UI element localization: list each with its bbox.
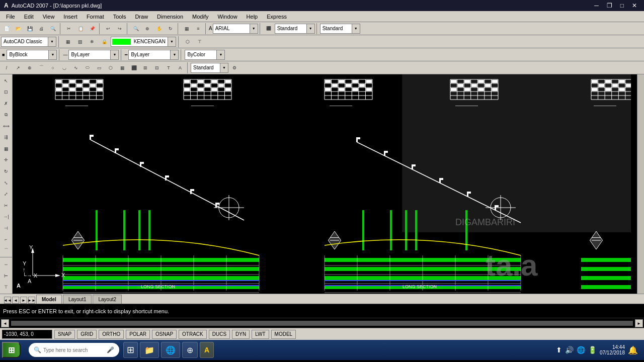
notification-button[interactable]: 🔔 <box>628 345 638 355</box>
linetype1-dropdown[interactable]: ByLayer ▼ <box>68 50 119 60</box>
chrome-button[interactable]: ⊕ <box>182 342 198 358</box>
dyn-button[interactable]: DYN <box>232 330 250 339</box>
ellipse-button[interactable]: ⬭ <box>82 62 93 73</box>
insert-block-button[interactable]: ⊞ <box>140 62 151 73</box>
polar-button[interactable]: POLAR <box>126 330 150 339</box>
zoom-button[interactable]: ⊕ <box>142 23 153 34</box>
ducs-button[interactable]: DUCS <box>209 330 230 339</box>
offset-button[interactable]: ⇶ <box>1 132 12 143</box>
layer-lock-button[interactable]: 🔒 <box>99 36 110 47</box>
block-button[interactable]: ⬛ <box>128 62 139 73</box>
hatch-button[interactable]: ▦ <box>117 62 128 73</box>
otrack-button[interactable]: OTRACK <box>179 330 207 339</box>
linetype2-dropdown[interactable]: ByLayer ▼ <box>128 50 179 60</box>
font-dropdown[interactable]: ARIAL ▼ <box>213 24 258 34</box>
file-explorer-button[interactable]: 📁 <box>140 342 159 358</box>
copy-button[interactable]: 📋 <box>75 23 86 34</box>
open-button[interactable]: 📂 <box>13 23 24 34</box>
menu-draw[interactable]: Draw <box>131 13 152 21</box>
tab-nav-first[interactable]: ◄◄ <box>4 297 11 304</box>
new-button[interactable]: 📄 <box>1 23 12 34</box>
mirror-button[interactable]: ⟺ <box>1 121 12 132</box>
menu-view[interactable]: View <box>39 13 59 21</box>
layer-freeze-button[interactable]: ❄ <box>87 36 98 47</box>
clock[interactable]: 14:44 07/12/2018 <box>600 344 625 355</box>
tab-layout2[interactable]: Layout2 <box>93 295 122 304</box>
break-button[interactable]: ⊣ <box>1 223 12 234</box>
lwt-button[interactable]: LWT <box>252 330 269 339</box>
menu-format[interactable]: Format <box>83 13 108 21</box>
zoom-realtime-button[interactable]: 🔍 <box>130 23 141 34</box>
scroll-left-btn[interactable]: ◄ <box>1 319 9 327</box>
paste-button[interactable]: 📌 <box>87 23 98 34</box>
edge-button[interactable]: 🌐 <box>161 342 180 358</box>
color-dropdown[interactable]: ByBlock ▼ <box>7 50 57 60</box>
tab-nav-next[interactable]: ► <box>20 297 27 304</box>
view-top-button[interactable]: ⊤ <box>194 36 205 47</box>
properties-button[interactable]: ≡ <box>193 23 204 34</box>
dim-button[interactable]: ⊢ <box>1 270 12 282</box>
snap-button[interactable]: SNAP <box>54 330 75 339</box>
scroll-right-btn[interactable]: ► <box>635 319 643 327</box>
table-button[interactable]: ⊟ <box>151 62 163 73</box>
menu-tools[interactable]: Tools <box>109 13 130 21</box>
tray-icon-3[interactable]: 🌐 <box>577 346 585 354</box>
workspace-dropdown-arrow[interactable]: ▼ <box>48 37 56 46</box>
line-button[interactable]: / <box>1 62 12 73</box>
copy-obj-button[interactable]: ⧉ <box>1 110 12 121</box>
drawstyle-dropdown[interactable]: Standard ▼ <box>191 63 228 73</box>
close-button[interactable]: ✕ <box>629 2 640 9</box>
stretch-button[interactable]: ⤢ <box>1 189 12 200</box>
erase-button[interactable]: ✗ <box>1 98 12 109</box>
linetype2-dropdown-arrow[interactable]: ▼ <box>170 50 178 59</box>
menu-modify[interactable]: Modify <box>188 13 212 21</box>
style1-dropdown-arrow[interactable]: ▼ <box>306 24 314 33</box>
tray-icon-4[interactable]: 🔋 <box>588 346 597 354</box>
polygon-button[interactable]: ⬡ <box>105 62 116 73</box>
autocad-button[interactable]: A <box>200 342 214 358</box>
layer-dropdown-arrow[interactable]: ▼ <box>168 37 176 46</box>
maximize-button[interactable]: □ <box>617 2 627 9</box>
menu-window[interactable]: Window <box>213 13 241 21</box>
layer-dropdown[interactable]: KENCENGAN ▼ <box>111 37 176 47</box>
chamfer-button[interactable]: ⌐ <box>1 234 12 245</box>
style2-dropdown[interactable]: Standard ▼ <box>320 24 360 34</box>
ray-button[interactable]: ↗ <box>13 62 24 73</box>
print-button[interactable]: 🖨 <box>36 23 47 34</box>
rotate-button[interactable]: ↻ <box>1 166 12 177</box>
save-button[interactable]: 💾 <box>24 23 35 34</box>
rect-button[interactable]: ▭ <box>94 62 105 73</box>
pan-button[interactable]: ✋ <box>153 23 165 34</box>
scale-button[interactable]: ⤡ <box>1 177 12 189</box>
menu-dimension[interactable]: Dimension <box>153 13 187 21</box>
tab-model[interactable]: Model <box>36 295 62 304</box>
menu-edit[interactable]: Edit <box>20 13 38 21</box>
layer-mgr-button[interactable]: ▦ <box>62 36 73 47</box>
3dorbit-button[interactable]: ↻ <box>165 23 176 34</box>
spline-button[interactable]: ∿ <box>70 62 82 73</box>
undo-button[interactable]: ↩ <box>103 23 114 34</box>
select-button[interactable]: ↖ <box>1 75 12 86</box>
draw-config-button[interactable]: ⚙ <box>229 62 240 73</box>
fillet-button[interactable]: ⌒ <box>1 245 12 256</box>
xline-button[interactable]: ⊕ <box>24 62 35 73</box>
plotstyle-dropdown[interactable]: ByColor ▼ <box>185 50 225 60</box>
tab-nav-prev[interactable]: ◄ <box>12 297 19 304</box>
tray-icon-2[interactable]: 🔊 <box>565 346 574 354</box>
color-dropdown-arrow[interactable]: ▼ <box>48 50 56 59</box>
osnap-button[interactable]: OSNAP <box>152 330 177 339</box>
arc-button[interactable]: ◡ <box>59 62 70 73</box>
menu-help[interactable]: Help <box>243 13 262 21</box>
redo-button[interactable]: ↪ <box>114 23 125 34</box>
plotstyle-dropdown-arrow[interactable]: ▼ <box>216 50 224 59</box>
select-window-button[interactable]: ⊡ <box>1 87 12 98</box>
canvas-area[interactable]: Y ↑ └→ X A <box>13 74 637 294</box>
restore-button[interactable]: ❐ <box>604 2 615 9</box>
circle-button[interactable]: ○ <box>47 62 58 73</box>
style2-dropdown-arrow[interactable]: ▼ <box>352 24 360 33</box>
text-button[interactable]: T <box>163 62 174 73</box>
array-button[interactable]: ▦ <box>1 143 12 154</box>
coords-display[interactable]: -1030, 453, 0 <box>2 330 52 339</box>
workspace-dropdown[interactable]: AutoCAD Classic ▼ <box>1 37 56 47</box>
view-3d-button[interactable]: ⬡ <box>182 36 193 47</box>
